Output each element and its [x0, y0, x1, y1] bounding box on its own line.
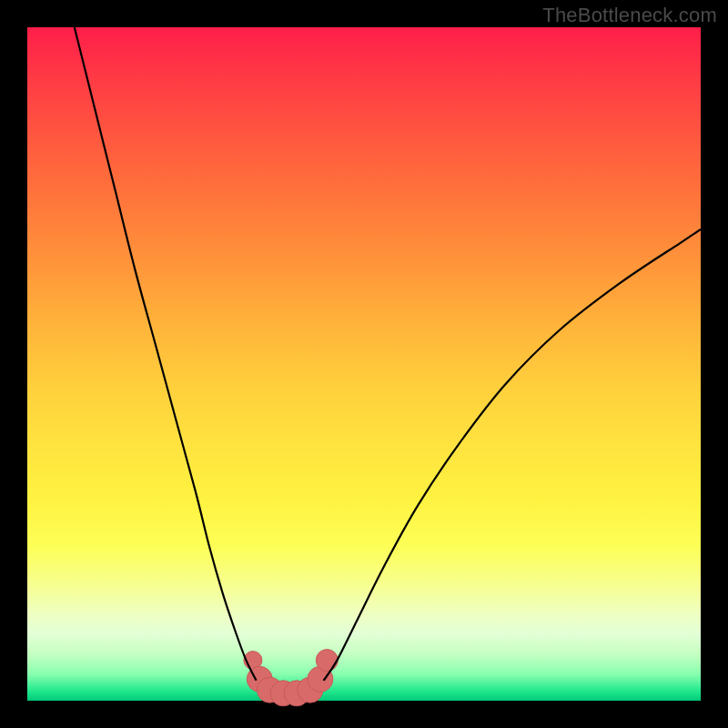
outer-frame: TheBottleneck.com: [0, 0, 728, 728]
plot-area: [27, 27, 701, 701]
curve-left: [75, 27, 257, 681]
marker-group: [244, 650, 338, 706]
curve-right: [324, 229, 701, 681]
branding-watermark: TheBottleneck.com: [542, 4, 717, 27]
chart-svg: [27, 27, 701, 701]
marker-dot: [316, 650, 338, 672]
